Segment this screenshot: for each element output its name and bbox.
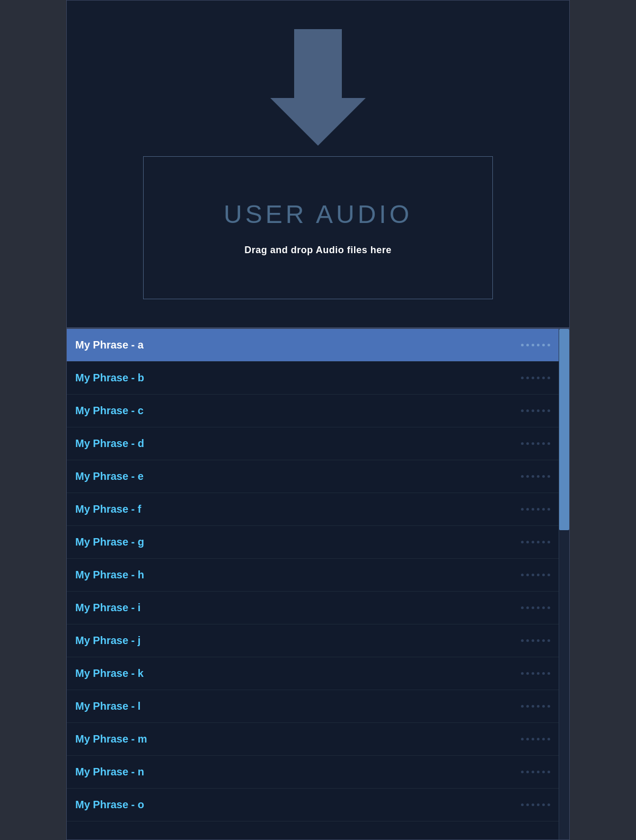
phrase-list: My Phrase - aMy Phrase - bMy Phrase - cM…	[67, 329, 559, 839]
list-item-label: My Phrase - h	[75, 569, 144, 581]
download-arrow-icon	[270, 29, 366, 146]
list-item-dots	[521, 771, 550, 773]
list-item-dots	[521, 705, 550, 708]
list-item-label: My Phrase - i	[75, 602, 140, 614]
list-item-label: My Phrase - g	[75, 536, 144, 548]
scrollbar[interactable]	[559, 329, 569, 839]
list-item[interactable]: My Phrase - l	[67, 690, 559, 723]
list-item-label: My Phrase - m	[75, 733, 147, 745]
list-item[interactable]: My Phrase - e	[67, 460, 559, 493]
list-item-dots	[521, 639, 550, 642]
list-item-label: My Phrase - f	[75, 503, 141, 515]
list-item-dots	[521, 377, 550, 379]
list-item[interactable]: My Phrase - f	[67, 493, 559, 526]
list-item-label: My Phrase - c	[75, 405, 144, 417]
list-item[interactable]: My Phrase - h	[67, 559, 559, 592]
list-item-dots	[521, 672, 550, 675]
drop-zone-subtitle: Drag and drop Audio files here	[244, 245, 391, 256]
drop-box[interactable]: USER AUDIO Drag and drop Audio files her…	[143, 156, 493, 299]
list-item[interactable]: My Phrase - b	[67, 362, 559, 395]
list-item-dots	[521, 409, 550, 412]
list-item-label: My Phrase - a	[75, 339, 144, 351]
list-section: My Phrase - aMy Phrase - bMy Phrase - cM…	[67, 329, 569, 839]
drop-zone-section[interactable]: USER AUDIO Drag and drop Audio files her…	[67, 1, 569, 329]
list-item[interactable]: My Phrase - m	[67, 723, 559, 756]
list-item[interactable]: My Phrase - i	[67, 592, 559, 624]
list-item-dots	[521, 803, 550, 806]
list-item-dots	[521, 738, 550, 740]
list-item[interactable]: My Phrase - a	[67, 329, 559, 362]
list-item-label: My Phrase - l	[75, 700, 140, 712]
list-item-dots	[521, 541, 550, 543]
list-item-label: My Phrase - k	[75, 667, 144, 680]
list-item-dots	[521, 606, 550, 609]
drop-zone-title: USER AUDIO	[224, 200, 412, 229]
list-item-dots	[521, 574, 550, 576]
list-item-label: My Phrase - n	[75, 766, 144, 778]
list-item-dots	[521, 508, 550, 511]
list-item[interactable]: My Phrase - d	[67, 427, 559, 460]
list-item-dots	[521, 344, 550, 346]
list-item[interactable]: My Phrase - k	[67, 657, 559, 690]
list-item[interactable]: My Phrase - o	[67, 789, 559, 821]
list-item[interactable]: My Phrase - j	[67, 624, 559, 657]
list-item-dots	[521, 475, 550, 478]
list-item-label: My Phrase - j	[75, 635, 140, 647]
list-item-dots	[521, 442, 550, 445]
list-item[interactable]: My Phrase - n	[67, 756, 559, 789]
list-item-label: My Phrase - o	[75, 799, 144, 811]
list-item-label: My Phrase - d	[75, 437, 144, 450]
scrollbar-thumb[interactable]	[559, 329, 569, 530]
list-item-label: My Phrase - e	[75, 470, 144, 482]
list-item[interactable]: My Phrase - c	[67, 395, 559, 427]
main-container: USER AUDIO Drag and drop Audio files her…	[66, 0, 570, 840]
list-item[interactable]: My Phrase - g	[67, 526, 559, 559]
list-item-label: My Phrase - b	[75, 372, 144, 384]
